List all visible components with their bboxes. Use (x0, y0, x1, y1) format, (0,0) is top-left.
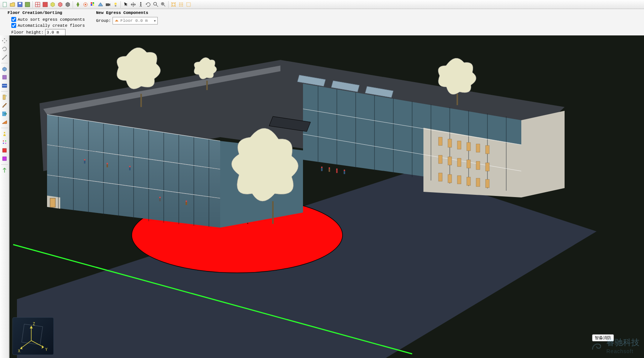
svg-rect-50 (3, 157, 6, 161)
cube-view-button[interactable] (49, 1, 56, 8)
orbit-button[interactable] (82, 1, 89, 8)
render-colors-button[interactable] (89, 1, 97, 8)
svg-marker-145 (30, 326, 33, 329)
svg-rect-34 (187, 3, 190, 6)
svg-rect-3 (25, 2, 30, 7)
svg-rect-65 (50, 198, 55, 207)
new-file-button[interactable] (1, 1, 9, 8)
export-button[interactable] (24, 1, 31, 8)
open-file-button[interactable] (9, 1, 16, 8)
svg-rect-109 (457, 176, 461, 184)
svg-point-30 (182, 4, 183, 5)
svg-point-44 (4, 132, 5, 133)
group-dropdown[interactable]: Floor 0.0 m ▼ (113, 17, 158, 24)
shaded-button[interactable] (64, 1, 72, 8)
svg-rect-100 (486, 145, 489, 154)
svg-rect-103 (457, 158, 461, 167)
auto-create-check-input[interactable] (11, 23, 16, 28)
svg-rect-128 (336, 170, 338, 173)
rotate-tool[interactable] (1, 45, 8, 53)
svg-point-9 (85, 4, 86, 5)
left-toolbar: + (0, 35, 9, 358)
3d-viewport[interactable]: 1 (9, 35, 644, 358)
measure-tool[interactable] (1, 54, 8, 61)
behavior-tool[interactable] (1, 147, 8, 154)
options-panel: Floor Creation/Sorting Auto sort egress … (0, 9, 644, 39)
floor-height-input[interactable] (45, 29, 65, 36)
scene-render: 1 (9, 35, 644, 358)
light-button[interactable] (112, 1, 119, 8)
snap-object-button[interactable] (185, 1, 192, 8)
auto-create-checkbox[interactable]: Automatically create floors (8, 23, 85, 28)
obstruction-tool[interactable] (1, 65, 8, 73)
svg-rect-126 (329, 169, 330, 172)
svg-rect-13 (93, 4, 94, 6)
pointer-button[interactable] (122, 1, 129, 8)
svg-point-32 (181, 6, 181, 6)
svg-rect-10 (91, 2, 92, 4)
exit-tool[interactable] (1, 110, 8, 118)
separator (32, 1, 33, 8)
separator (1, 63, 8, 63)
svg-rect-41 (3, 95, 5, 99)
svg-line-35 (3, 55, 6, 59)
walk-button[interactable] (137, 1, 145, 8)
separator (1, 91, 8, 92)
floor-creation-group: Floor Creation/Sorting Auto sort egress … (8, 11, 85, 36)
waypoint-tool[interactable] (1, 167, 8, 174)
pan-button[interactable] (129, 1, 137, 8)
perspective-button[interactable] (97, 1, 104, 8)
zoom-window-button[interactable] (160, 1, 167, 8)
svg-rect-95 (438, 137, 442, 145)
svg-rect-114 (84, 161, 85, 164)
rotate-button[interactable] (145, 1, 152, 8)
room-tool[interactable] (1, 82, 8, 89)
floor-height-field: Floor height: (8, 29, 85, 36)
camera-button[interactable] (104, 1, 112, 8)
top-toolbar (0, 0, 644, 9)
svg-text:X: X (18, 349, 20, 353)
hole-tool[interactable] (1, 73, 8, 81)
solid-view-button[interactable] (41, 1, 49, 8)
separator (73, 1, 73, 8)
group-tool[interactable] (1, 138, 8, 146)
ramp-tool[interactable] (1, 118, 8, 126)
svg-rect-108 (448, 174, 452, 183)
auto-sort-checkbox[interactable]: Auto sort egress components (8, 17, 85, 22)
svg-rect-16 (115, 5, 116, 6)
svg-rect-139 (21, 324, 43, 345)
svg-point-27 (182, 3, 183, 3)
save-button[interactable] (16, 1, 24, 8)
svg-rect-107 (438, 173, 442, 181)
svg-point-15 (114, 3, 117, 5)
occupant-tool[interactable] (1, 130, 8, 138)
svg-rect-112 (486, 179, 489, 188)
move-tool[interactable] (1, 37, 8, 44)
floor-creation-heading: Floor Creation/Sorting (8, 11, 85, 15)
svg-point-45 (3, 141, 4, 142)
svg-point-117 (129, 166, 131, 167)
svg-rect-106 (486, 163, 489, 171)
svg-point-25 (179, 3, 180, 3)
svg-rect-111 (476, 178, 480, 187)
svg-rect-120 (159, 198, 161, 201)
snap-grid-button[interactable] (177, 1, 185, 8)
svg-rect-124 (321, 168, 323, 171)
door-tool[interactable]: + (1, 93, 8, 101)
svg-rect-12 (91, 4, 92, 6)
zoom-button[interactable] (152, 1, 160, 8)
stair-tool[interactable] (1, 102, 8, 109)
svg-point-31 (179, 6, 180, 6)
separator (1, 128, 8, 128)
axis-navigation-widget[interactable]: X Y Z (12, 317, 54, 355)
svg-point-37 (6, 55, 7, 56)
svg-rect-98 (467, 142, 470, 151)
auto-sort-check-input[interactable] (11, 17, 16, 22)
iso-cube-button[interactable] (56, 1, 64, 8)
zoom-extents-button[interactable] (170, 1, 177, 8)
navigate-button[interactable] (74, 1, 82, 8)
svg-rect-97 (457, 141, 461, 149)
svg-point-28 (179, 4, 180, 5)
profile-tool[interactable] (1, 155, 8, 162)
wire-view-button[interactable] (34, 1, 41, 8)
